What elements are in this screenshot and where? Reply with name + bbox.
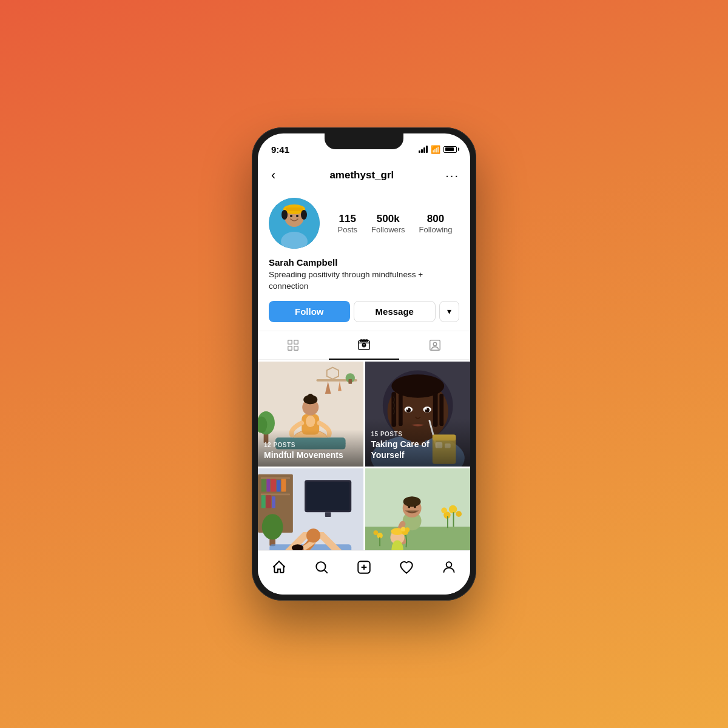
svg-rect-70: [281, 479, 286, 492]
grid-title-1: Mindful Movements: [264, 450, 343, 460]
status-time: 9:41: [271, 144, 289, 155]
username-title: amethyst_grl: [329, 169, 394, 181]
avatar: [269, 198, 320, 249]
garden-illustration: [365, 468, 471, 550]
svg-point-108: [447, 562, 452, 567]
profile-bio: Spreading positivity through mindfulness…: [269, 269, 459, 292]
tab-grid[interactable]: [258, 331, 329, 359]
message-button[interactable]: Message: [354, 301, 436, 322]
svg-point-51: [406, 408, 408, 410]
wifi-icon: 📶: [431, 145, 440, 154]
grid-overlay-1: 12 POSTS Mindful Movements: [258, 430, 363, 467]
svg-rect-71: [261, 494, 290, 496]
nav-bar: [258, 550, 470, 595]
yoga2-scene: [258, 468, 363, 550]
svg-point-85: [448, 505, 456, 513]
svg-rect-27: [348, 379, 352, 384]
phone-frame: 9:41 📶 ‹ amethyst_grl ···: [252, 127, 476, 601]
grid-overlay-2: 15 POSTS Taking Care of Yourself: [365, 419, 471, 467]
grid-item-1[interactable]: 12 POSTS Mindful Movements: [258, 362, 363, 467]
tabs: [258, 331, 470, 360]
svg-rect-62: [306, 482, 349, 510]
back-button[interactable]: ‹: [269, 165, 278, 186]
screen-content: ‹ amethyst_grl ···: [258, 160, 470, 550]
battery-icon: [443, 146, 457, 153]
profile-row: 115 Posts 500k Followers 800 Following: [269, 198, 459, 249]
stat-following[interactable]: 800 Following: [419, 213, 453, 234]
svg-point-18: [363, 345, 365, 346]
svg-rect-72: [261, 496, 266, 508]
svg-point-76: [262, 514, 283, 539]
nav-add[interactable]: [350, 557, 378, 578]
nav-search[interactable]: [308, 557, 335, 578]
svg-point-81: [306, 529, 320, 543]
reels-icon: [357, 339, 371, 352]
profile-info: 115 Posts 500k Followers 800 Following: [258, 190, 470, 322]
svg-rect-74: [272, 497, 275, 508]
svg-point-99: [400, 527, 405, 532]
status-icons: 📶: [419, 145, 457, 154]
grid-title-2: Taking Care of Yourself: [371, 439, 430, 460]
followers-count: 500k: [371, 213, 405, 225]
home-icon: [271, 559, 287, 575]
svg-point-54: [425, 408, 426, 410]
followers-label: Followers: [371, 225, 405, 234]
svg-rect-10: [294, 340, 298, 344]
add-icon: [356, 559, 372, 575]
svg-rect-11: [288, 346, 292, 350]
avatar-illustration: [269, 198, 320, 249]
grid-item-3[interactable]: [258, 468, 363, 550]
yoga2-illustration: [258, 468, 363, 550]
svg-point-7: [290, 215, 292, 217]
posts-label: Posts: [337, 225, 357, 234]
svg-rect-65: [261, 477, 290, 479]
tab-reels[interactable]: [329, 331, 400, 359]
following-count: 800: [419, 213, 453, 225]
search-icon: [314, 559, 329, 575]
nav-home[interactable]: [265, 557, 293, 578]
svg-rect-68: [271, 479, 276, 492]
svg-point-93: [408, 506, 410, 508]
svg-point-5: [281, 210, 288, 220]
svg-point-32: [306, 415, 315, 426]
svg-rect-69: [277, 480, 281, 492]
tagged-icon: [428, 339, 442, 352]
stat-followers[interactable]: 500k Followers: [371, 213, 405, 234]
grid-item-4[interactable]: [365, 468, 471, 550]
avatar-container: [269, 198, 320, 249]
grid-icon: [286, 339, 300, 352]
stat-posts[interactable]: 115 Posts: [337, 213, 357, 234]
svg-rect-12: [294, 346, 298, 350]
nav-heart[interactable]: [393, 557, 420, 578]
signal-icon: [419, 146, 428, 153]
svg-rect-9: [288, 340, 292, 344]
posts-count: 115: [337, 213, 357, 225]
svg-point-104: [316, 562, 325, 571]
action-buttons: Follow Message ▾: [269, 301, 459, 322]
dropdown-button[interactable]: ▾: [439, 301, 459, 322]
profile-header: ‹ amethyst_grl ···: [258, 160, 470, 190]
svg-rect-66: [261, 479, 266, 492]
following-label: Following: [419, 225, 453, 234]
follow-button[interactable]: Follow: [269, 301, 350, 322]
svg-point-21: [433, 342, 437, 346]
svg-point-102: [373, 530, 378, 535]
grid-item-2[interactable]: 15 POSTS Taking Care of Yourself: [365, 362, 471, 467]
svg-point-35: [308, 394, 314, 400]
more-button[interactable]: ···: [445, 169, 459, 183]
svg-rect-88: [447, 516, 448, 528]
svg-point-6: [301, 210, 307, 220]
svg-point-94: [414, 506, 416, 508]
svg-rect-89: [453, 513, 454, 527]
svg-point-92: [403, 497, 420, 507]
nav-profile[interactable]: [435, 557, 463, 578]
stats-row: 115 Posts 500k Followers 800 Following: [331, 213, 459, 234]
garden-scene: [365, 468, 471, 550]
profile-name: Sarah Campbell: [269, 257, 459, 268]
svg-rect-67: [266, 479, 270, 492]
content-grid: 12 POSTS Mindful Movements: [258, 360, 470, 550]
tab-tagged[interactable]: [399, 331, 470, 359]
svg-rect-83: [365, 527, 471, 550]
heart-icon: [399, 559, 414, 575]
svg-rect-103: [379, 538, 380, 546]
